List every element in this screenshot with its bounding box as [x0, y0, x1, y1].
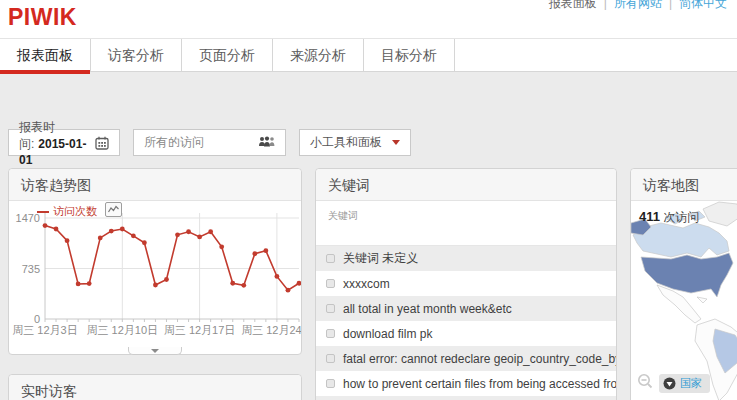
- date-selector[interactable]: 报表时间:2015-01-01: [8, 129, 120, 156]
- zoom-out-icon[interactable]: [637, 373, 653, 393]
- visits-trend-body: 访问次数 07351470周三 12月3日周三 12月10日周三 12月17日周…: [9, 201, 301, 354]
- country-usa[interactable]: [641, 253, 733, 297]
- row-expand-icon: [326, 304, 335, 313]
- panel-expand-handle[interactable]: [128, 347, 182, 355]
- region-scope-button[interactable]: 国家: [659, 374, 710, 393]
- chart-legend: 访问次数: [37, 204, 97, 219]
- row-expand-icon: [326, 379, 335, 388]
- svg-text:周三 12月3日: 周三 12月3日: [12, 324, 77, 336]
- widgets-button-label: 小工具和面板: [310, 134, 382, 151]
- keyword-label: fatal error: cannot redeclare geoip_coun…: [343, 352, 616, 366]
- visitors-group-icon: [258, 136, 275, 149]
- legend-label: 访问次数: [53, 204, 97, 219]
- list-item-partial[interactable]: [316, 396, 616, 400]
- topbar-link[interactable]: 所有网站: [614, 0, 662, 10]
- segment-value: 所有的访问: [144, 134, 204, 151]
- triangle-down-icon: [151, 349, 159, 353]
- keyword-label: all total in yeat month week&etc: [343, 302, 512, 316]
- country-greenland: [703, 202, 737, 226]
- keyword-label: 关键词 未定义: [343, 250, 418, 267]
- keywords-title: 关键词: [316, 169, 616, 201]
- visitor-map-panel: 访客地图 411 次访问: [630, 168, 737, 400]
- map-visits-unit: 次访问: [663, 210, 699, 224]
- topbar-link[interactable]: 简体中文: [679, 0, 727, 10]
- map-controls: 国家: [637, 373, 710, 393]
- tab-目标分析[interactable]: 目标分析: [364, 39, 455, 71]
- svg-text:周三 12月24日: 周三 12月24日: [241, 324, 301, 336]
- link-separator: |: [604, 0, 607, 10]
- keyword-label: xxxxcom: [343, 277, 390, 291]
- tab-访客分析[interactable]: 访客分析: [91, 39, 182, 71]
- keyword-row[interactable]: xxxxcom: [316, 271, 616, 296]
- segment-selector[interactable]: 所有的访问: [133, 129, 286, 156]
- keyword-row[interactable]: how to prevent certain files from being …: [316, 371, 616, 396]
- piwik-dashboard: PIWIK 报表面板|所有网站|简体中文 报表面板访客分析页面分析来源分析目标分…: [0, 0, 737, 400]
- visitor-map-title: 访客地图: [631, 169, 737, 201]
- svg-text:周三 12月17日: 周三 12月17日: [164, 324, 236, 336]
- visits-trend-panel: 访客趋势图 访问次数 07351470周三 12月3日周三 12月10日周三 1…: [8, 168, 302, 355]
- keywords-column-header: 关键词: [316, 201, 616, 246]
- keyword-label: how to prevent certain files from being …: [343, 377, 616, 391]
- keyword-row[interactable]: all total in yeat month week&etc: [316, 296, 616, 321]
- topbar-links: 报表面板|所有网站|简体中文: [549, 0, 727, 12]
- date-selector-text: 报表时间:2015-01-01: [19, 119, 95, 167]
- row-expand-icon: [326, 329, 335, 338]
- legend-line-swatch: [37, 211, 49, 213]
- calendar-icon: [95, 136, 109, 150]
- chevron-down-icon: [392, 140, 400, 145]
- top-header: PIWIK 报表面板|所有网站|简体中文: [0, 0, 737, 38]
- visits-trend-chart: 07351470周三 12月3日周三 12月10日周三 12月17日周三 12月…: [9, 201, 301, 354]
- world-map[interactable]: [631, 201, 737, 400]
- row-expand-icon: [326, 279, 335, 288]
- topbar-link[interactable]: 报表面板: [549, 0, 597, 10]
- globe-icon: [663, 377, 676, 390]
- keyword-row[interactable]: 关键词 未定义: [316, 246, 616, 271]
- row-expand-icon: [326, 254, 335, 263]
- keywords-list: 关键词 未定义xxxxcomall total in yeat month we…: [316, 246, 616, 396]
- keyword-row[interactable]: fatal error: cannot redeclare geoip_coun…: [316, 346, 616, 371]
- realtime-visitors-panel: 实时访客: [8, 374, 302, 400]
- widgets-dashboard-button[interactable]: 小工具和面板: [299, 129, 411, 156]
- tab-bar: 报表面板访客分析页面分析来源分析目标分析: [0, 38, 737, 72]
- tab-页面分析[interactable]: 页面分析: [182, 39, 273, 71]
- link-separator: |: [669, 0, 672, 10]
- piwik-logo: PIWIK: [8, 4, 77, 31]
- row-expand-icon: [326, 354, 335, 363]
- keyword-row[interactable]: download film pk: [316, 321, 616, 346]
- map-visits-label: 411 次访问: [639, 209, 699, 226]
- visits-trend-title: 访客趋势图: [9, 169, 301, 201]
- filter-row: 报表时间:2015-01-01 所有的访问: [8, 129, 411, 156]
- realtime-visitors-title: 实时访客: [9, 375, 301, 400]
- keywords-column-label: 关键词: [328, 209, 358, 223]
- region-caribbean: [697, 297, 707, 303]
- tab-报表面板[interactable]: 报表面板: [0, 39, 91, 71]
- svg-text:735: 735: [22, 263, 40, 275]
- chart-export-icon[interactable]: [105, 202, 122, 217]
- map-visits-value: 411: [639, 209, 660, 224]
- tab-来源分析[interactable]: 来源分析: [273, 39, 364, 71]
- svg-text:周三 12月10日: 周三 12月10日: [87, 324, 159, 336]
- keyword-label: download film pk: [343, 327, 432, 341]
- visitor-map-body: 411 次访问: [631, 201, 737, 400]
- region-button-label: 国家: [680, 376, 702, 391]
- keywords-panel: 关键词 关键词 关键词 未定义xxxxcomall total in yeat …: [315, 168, 617, 400]
